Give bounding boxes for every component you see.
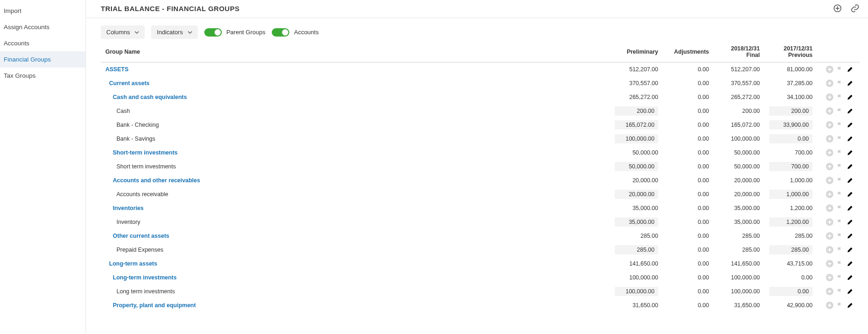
group-link[interactable]: Property, plant and equipment bbox=[105, 302, 196, 309]
cell-adjustments: 0.00 bbox=[663, 187, 714, 201]
add-row-icon[interactable] bbox=[825, 217, 835, 227]
flag-icon[interactable] bbox=[835, 301, 845, 310]
group-link[interactable]: Long-term assets bbox=[105, 260, 157, 267]
add-row-icon[interactable] bbox=[825, 190, 835, 199]
flag-icon[interactable] bbox=[835, 65, 845, 74]
add-row-icon[interactable] bbox=[825, 65, 835, 74]
row-actions bbox=[817, 90, 860, 104]
cell-previous[interactable]: 33,900.00 bbox=[764, 118, 817, 132]
flag-icon[interactable] bbox=[835, 93, 845, 102]
add-row-icon[interactable] bbox=[825, 176, 835, 185]
add-row-icon[interactable] bbox=[825, 148, 835, 157]
flag-icon[interactable] bbox=[835, 79, 845, 88]
add-row-icon[interactable] bbox=[825, 204, 835, 213]
edit-icon[interactable] bbox=[845, 204, 855, 213]
cell-final: 50,000.00 bbox=[714, 160, 764, 173]
add-row-icon[interactable] bbox=[825, 231, 835, 241]
group-link[interactable]: Current assets bbox=[105, 80, 150, 87]
cell-preliminary[interactable]: 100,000.00 bbox=[610, 132, 663, 146]
edit-icon[interactable] bbox=[845, 93, 855, 102]
edit-icon[interactable] bbox=[845, 301, 855, 310]
flag-icon[interactable] bbox=[835, 287, 845, 296]
flag-icon[interactable] bbox=[835, 204, 845, 213]
sidebar-item-tax-groups[interactable]: Tax Groups bbox=[0, 68, 86, 84]
edit-icon[interactable] bbox=[845, 65, 855, 74]
cell-preliminary[interactable]: 100,000.00 bbox=[610, 285, 663, 298]
cell-preliminary[interactable]: 50,000.00 bbox=[610, 160, 663, 173]
cell-preliminary[interactable]: 35,000.00 bbox=[610, 215, 663, 229]
add-row-icon[interactable] bbox=[825, 134, 835, 143]
group-link[interactable]: Long-term investments bbox=[105, 274, 177, 281]
flag-icon[interactable] bbox=[835, 273, 845, 282]
edit-icon[interactable] bbox=[845, 217, 855, 227]
table-row: Bank - Savings100,000.000.00100,000.000.… bbox=[101, 132, 860, 146]
group-link[interactable]: Inventories bbox=[105, 205, 144, 211]
cell-previous[interactable]: 0.00 bbox=[764, 285, 817, 298]
parent-groups-toggle[interactable] bbox=[204, 28, 222, 37]
flag-icon[interactable] bbox=[835, 148, 845, 157]
flag-icon[interactable] bbox=[835, 120, 845, 130]
edit-icon[interactable] bbox=[845, 79, 855, 88]
group-link[interactable]: Cash and cash equivalents bbox=[105, 94, 187, 100]
edit-icon[interactable] bbox=[845, 134, 855, 143]
cell-preliminary[interactable]: 165,072.00 bbox=[610, 118, 663, 132]
table-row: Short-term investments50,000.000.0050,00… bbox=[101, 146, 860, 160]
edit-icon[interactable] bbox=[845, 120, 855, 130]
edit-icon[interactable] bbox=[845, 287, 855, 296]
flag-icon[interactable] bbox=[835, 162, 845, 171]
add-icon[interactable] bbox=[833, 4, 842, 13]
cell-preliminary[interactable]: 20,000.00 bbox=[610, 187, 663, 201]
group-link[interactable]: Other current assets bbox=[105, 233, 169, 239]
cell-previous[interactable]: 0.00 bbox=[764, 132, 817, 146]
group-link[interactable]: Short-term investments bbox=[105, 149, 177, 156]
add-row-icon[interactable] bbox=[825, 79, 835, 88]
edit-icon[interactable] bbox=[845, 106, 855, 116]
indicators-dropdown[interactable]: Indicators bbox=[151, 25, 197, 39]
flag-icon[interactable] bbox=[835, 217, 845, 227]
add-row-icon[interactable] bbox=[825, 162, 835, 171]
sidebar-item-assign-accounts[interactable]: Assign Accounts bbox=[0, 19, 86, 35]
add-row-icon[interactable] bbox=[825, 259, 835, 268]
cell-preliminary[interactable]: 200.00 bbox=[610, 104, 663, 118]
flag-icon[interactable] bbox=[835, 176, 845, 185]
flag-icon[interactable] bbox=[835, 231, 845, 241]
cell-adjustments: 0.00 bbox=[663, 62, 714, 77]
columns-dropdown[interactable]: Columns bbox=[101, 25, 145, 39]
edit-icon[interactable] bbox=[845, 190, 855, 199]
add-row-icon[interactable] bbox=[825, 287, 835, 296]
edit-icon[interactable] bbox=[845, 273, 855, 282]
cell-final: 50,000.00 bbox=[714, 146, 764, 160]
add-row-icon[interactable] bbox=[825, 106, 835, 116]
edit-icon[interactable] bbox=[845, 162, 855, 171]
edit-icon[interactable] bbox=[845, 148, 855, 157]
edit-icon[interactable] bbox=[845, 245, 855, 254]
flag-icon[interactable] bbox=[835, 259, 845, 268]
add-row-icon[interactable] bbox=[825, 93, 835, 102]
cell-previous[interactable]: 1,200.00 bbox=[764, 215, 817, 229]
flag-icon[interactable] bbox=[835, 245, 845, 254]
edit-icon[interactable] bbox=[845, 176, 855, 185]
cell-previous[interactable]: 1,000.00 bbox=[764, 187, 817, 201]
sidebar-item-financial-groups[interactable]: Financial Groups bbox=[0, 51, 86, 68]
add-row-icon[interactable] bbox=[825, 273, 835, 282]
sidebar-item-accounts[interactable]: Accounts bbox=[0, 35, 86, 51]
flag-icon[interactable] bbox=[835, 106, 845, 116]
col-group-name: Group Name bbox=[101, 43, 610, 62]
group-link[interactable]: ASSETS bbox=[105, 66, 128, 73]
flag-icon[interactable] bbox=[835, 190, 845, 199]
add-row-icon[interactable] bbox=[825, 120, 835, 130]
group-link[interactable]: Accounts and other receivables bbox=[105, 177, 200, 184]
edit-icon[interactable] bbox=[845, 259, 855, 268]
table-row: Bank - Checking165,072.000.00165,072.003… bbox=[101, 118, 860, 132]
cell-preliminary[interactable]: 285.00 bbox=[610, 243, 663, 257]
flag-icon[interactable] bbox=[835, 134, 845, 143]
add-row-icon[interactable] bbox=[825, 301, 835, 310]
add-row-icon[interactable] bbox=[825, 245, 835, 254]
cell-previous[interactable]: 700.00 bbox=[764, 160, 817, 173]
cell-previous[interactable]: 285.00 bbox=[764, 243, 817, 257]
link-icon[interactable] bbox=[850, 4, 860, 13]
sidebar-item-import[interactable]: Import bbox=[0, 3, 86, 19]
accounts-toggle[interactable] bbox=[272, 28, 289, 37]
edit-icon[interactable] bbox=[845, 231, 855, 241]
cell-previous[interactable]: 200.00 bbox=[764, 104, 817, 118]
